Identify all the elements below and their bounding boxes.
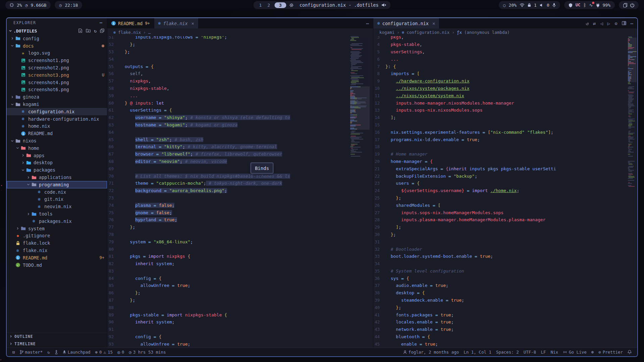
breadcrumb-file[interactable]: flake.nix [118,30,141,35]
right-code-area[interactable]: 3 pkgs,4 pkgs-stable,5 userSettings,6 ..… [373,36,637,348]
workspace-3-active[interactable]: 3 [274,2,286,8]
tree-item-code-nix[interactable]: ❄code.nix [7,188,107,196]
tray-pill[interactable]: UC ᛒ ∿ 99% [564,1,615,9]
new-file-button[interactable] [78,28,83,34]
folder-icon [25,161,32,165]
minimap-line [628,95,637,95]
minimap[interactable] [628,36,637,348]
tree-item-apps[interactable]: apps [7,152,107,159]
tree-item-logo-svg[interactable]: ✳logo.svg [7,50,107,57]
minimap-line [628,117,637,117]
minimap-line [350,69,370,70]
left-code-area[interactable]: 51 inputs.nixpkgs.follows = "nixpkgs";52… [107,36,373,348]
breadcrumb-folder[interactable]: kogami [379,30,394,35]
breadcrumb-file[interactable]: configuration.nix [407,30,449,35]
close-tab-icon[interactable]: × [432,21,435,26]
language-mode-item[interactable]: Nix [548,350,560,355]
minimap-slider[interactable] [628,38,637,82]
tree-item-desktop[interactable]: desktop [7,159,107,167]
launchpad-item[interactable]: Launchpad [60,350,93,355]
next-change-icon[interactable]: ▷ [607,21,610,26]
tree-item-home-nix[interactable]: ❄home.nix [7,123,107,130]
tree-item-flake-lock[interactable]: flake.lock [7,239,107,247]
problems-item[interactable]: ⊗0 ⚠15 [93,350,115,355]
issues-item[interactable]: ◎0 [115,350,126,355]
system-stats-pill[interactable]: 2% ◔ 9.66GB [5,1,51,9]
tree-item-screenshot4-png[interactable]: screenshot4.png [7,79,107,86]
flask-icon[interactable] [52,350,60,354]
tree-item-hardware-configuration-nix[interactable]: ❄hardware-configuration.nix [7,115,107,123]
collapse-folders-button[interactable] [100,28,104,34]
tree-item-todo-md[interactable]: ✓TODO.md [7,261,107,269]
encoding-item[interactable]: UTF-8 [521,350,539,355]
tree-item-readme-md[interactable]: iREADME.md9+ [7,254,107,261]
more-actions-icon[interactable]: ⋯ [631,21,633,26]
tree-item-packages[interactable]: packages [7,166,107,174]
tree-item-kogami[interactable]: kogami [7,101,107,108]
extension-status-icon[interactable]: ⊚ [589,350,596,355]
tree-item-docs[interactable]: docs [7,42,107,50]
previous-change-icon[interactable]: ◁ [600,21,603,26]
indentation-item[interactable]: Spaces: 2 [494,350,521,355]
breadcrumb-symbol[interactable]: (anonymous lambda) [464,30,509,35]
go-live-item[interactable]: Go Live [560,350,589,355]
minimap[interactable] [350,36,370,348]
tab-configuration-nix[interactable]: ❄ configuration.nix × [373,18,439,28]
tree-item-applications[interactable]: applications [7,174,107,181]
tree-item-readme-md[interactable]: iREADME.md [7,130,107,137]
tree-item-label: neovim.nix [44,204,71,209]
new-folder-button[interactable] [86,28,91,34]
tree-item-config[interactable]: config [7,35,107,42]
outline-section-header[interactable]: OUTLINE [7,333,107,340]
line-number: 68 [107,159,119,164]
tree-item-nixos[interactable]: nixos [7,137,107,144]
tree-item-screenshot1-png[interactable]: screenshot1.png [7,57,107,64]
tree-item-system[interactable]: system [7,225,107,232]
timeline-section-header[interactable]: TIMELINE [7,340,107,348]
tree-item-screenshot6-png[interactable]: screenshot6.png [7,86,107,94]
workspace-root-row[interactable]: .DOTFILES ↻ [7,27,107,35]
tree-item--gitignore[interactable]: ◆.gitignore [7,232,107,240]
wakatime-item[interactable]: ◷3 hrs 53 mins [126,350,168,355]
tab-flake-nix[interactable]: ❄ flake.nix × [154,18,199,28]
notifications-bell[interactable] [625,350,634,354]
tree-item-neovim-nix[interactable]: ❄neovim.nix [7,203,107,210]
prettier-item[interactable]: ⊘ Prettier [596,350,625,355]
git-blame-item[interactable]: foglar, 2 months ago [401,350,462,355]
tree-item-flake-nix[interactable]: ❄flake.nix [7,247,107,254]
clock-pill[interactable]: ◷ 22:18 [55,1,82,9]
hardware-pill[interactable]: ○ 20% 1 0 [499,1,560,9]
tree-item-programming[interactable]: programming [7,181,107,188]
open-changes-icon[interactable]: ⇄ [593,21,596,26]
right-breadcrumb[interactable]: kogami › ❄ configuration.nix › ƒx (anony… [373,28,637,36]
tree-item-ginoza[interactable]: ginoza [7,93,107,101]
sync-button[interactable]: ↻ [45,350,52,355]
eol-item[interactable]: LF [538,350,548,355]
tree-item-home[interactable]: home [7,144,107,152]
timeline-history-icon[interactable]: ↺ [586,21,588,26]
cursor-position[interactable]: Ln 1, Col 1 [461,350,494,355]
split-editor-icon[interactable] [622,21,626,26]
refresh-explorer-button[interactable]: ↻ [94,28,97,34]
tree-item-tools[interactable]: tools [7,210,107,218]
workspace-2[interactable]: 2 [266,3,271,8]
tree-item-packages-nix[interactable]: ❄packages.nix [7,218,107,225]
session-pill[interactable] [619,1,639,9]
tree-item-git-nix[interactable]: ❄git.nix [7,196,107,203]
run-file-icon[interactable]: ⊙ [614,21,617,26]
left-editor-more-actions-button[interactable]: ⋯ [366,21,369,26]
close-tab-icon[interactable]: × [192,21,194,26]
tree-item-screenshot2-png[interactable]: screenshot2.png [7,64,107,71]
remote-indicator[interactable]: ⊡ [10,350,17,355]
tree-item-configuration-nix[interactable]: ❄configuration.nix [7,108,107,115]
breadcrumb-symbol[interactable]: … [148,30,151,35]
explorer-more-actions-button[interactable]: ⋯ [99,20,103,26]
tree-item-screenshot3-png[interactable]: screenshot3.pngU [7,71,107,79]
left-breadcrumb[interactable]: ❄ flake.nix › … [107,28,373,36]
minimap-line [628,163,637,164]
line-number: 78 [107,232,119,237]
minimap-slider[interactable] [350,86,370,130]
workspace-1[interactable]: 1 [258,3,263,8]
git-branch-item[interactable]: master* [17,350,45,355]
tab-readme[interactable]: i README.md 9+ [107,18,154,28]
